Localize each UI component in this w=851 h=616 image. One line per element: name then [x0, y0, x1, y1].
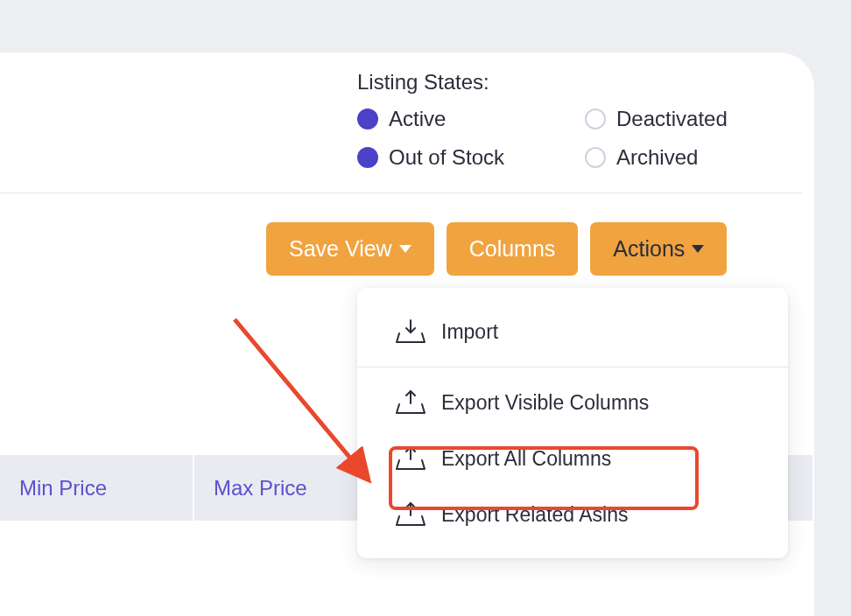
radio-label: Out of Stock	[389, 145, 504, 170]
radio-unchecked-icon	[585, 147, 606, 168]
listing-states-title: Listing States:	[357, 70, 812, 94]
import-icon	[396, 319, 426, 344]
radio-checked-icon	[357, 108, 378, 130]
section-divider	[0, 192, 802, 193]
table-cell	[0, 521, 193, 616]
menu-item-label: Export Visible Columns	[441, 391, 649, 415]
export-icon	[396, 502, 426, 527]
button-label: Actions	[613, 236, 685, 262]
column-header-min-price[interactable]: Min Price	[0, 455, 193, 521]
export-icon	[396, 390, 426, 415]
columns-button[interactable]: Columns	[447, 222, 579, 276]
radio-active[interactable]: Active	[357, 107, 585, 131]
radio-checked-icon	[357, 147, 378, 168]
actions-button[interactable]: Actions	[590, 222, 727, 276]
listing-states-group: Listing States: Active Deactivated Out o…	[357, 70, 812, 170]
menu-item-export-related-asins[interactable]: Export Related Asins	[357, 486, 788, 542]
menu-item-label: Export All Columns	[441, 447, 611, 471]
main-panel: Listing States: Active Deactivated Out o…	[0, 52, 814, 616]
table-col-min-price: Min Price	[0, 455, 194, 616]
radio-label: Active	[389, 107, 446, 131]
caret-down-icon	[692, 245, 704, 253]
radio-deactivated[interactable]: Deactivated	[585, 107, 812, 131]
save-view-button[interactable]: Save View	[266, 222, 434, 276]
menu-item-export-all[interactable]: Export All Columns	[357, 430, 788, 486]
radio-unchecked-icon	[585, 108, 606, 130]
menu-item-label: Export Related Asins	[441, 503, 629, 527]
radio-grid: Active Deactivated Out of Stock Archived	[357, 107, 812, 170]
radio-out-of-stock[interactable]: Out of Stock	[357, 145, 585, 170]
caret-down-icon	[399, 245, 411, 253]
menu-item-import[interactable]: Import	[357, 304, 788, 360]
menu-item-label: Import	[441, 320, 498, 344]
radio-label: Archived	[616, 145, 698, 170]
radio-label: Deactivated	[616, 107, 728, 131]
export-icon	[396, 446, 426, 471]
actions-dropdown: Import Export Visible Columns Export All…	[357, 288, 788, 558]
toolbar: Save View Columns Actions	[266, 222, 727, 276]
button-label: Columns	[469, 236, 556, 262]
menu-item-export-visible[interactable]: Export Visible Columns	[357, 374, 788, 430]
radio-archived[interactable]: Archived	[585, 145, 812, 170]
button-label: Save View	[289, 236, 392, 262]
dropdown-divider	[357, 367, 788, 368]
